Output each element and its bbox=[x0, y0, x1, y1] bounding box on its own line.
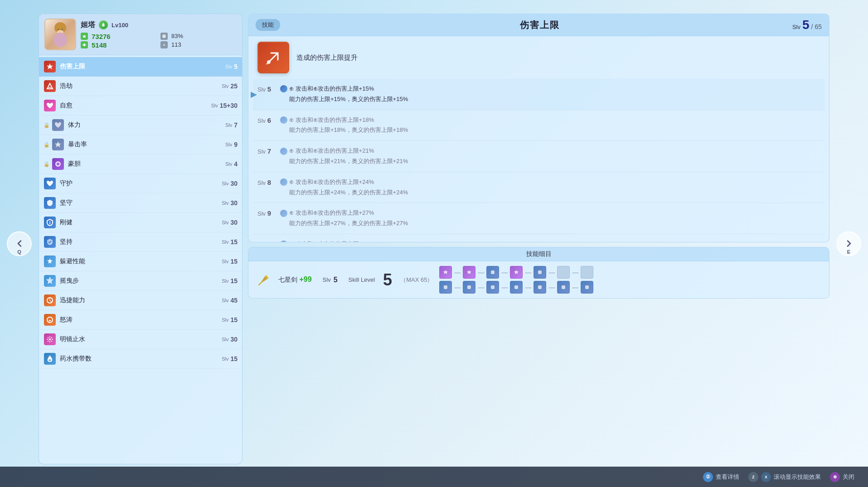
lock-icon-4: 🔒 bbox=[44, 122, 50, 128]
skill-level-9: Slv 30 bbox=[222, 219, 238, 226]
skill-name-6: 豪胆 bbox=[68, 160, 225, 168]
svg-marker-13 bbox=[55, 141, 61, 147]
skill-level-12: Slv 15 bbox=[222, 277, 238, 284]
skill-icon-13 bbox=[44, 294, 56, 307]
btn-z-circle: Z bbox=[748, 472, 758, 482]
skill-item-3[interactable]: 自愈 Slv 15+30 bbox=[39, 96, 242, 116]
attack-icon bbox=[81, 41, 88, 48]
skill-level-14: Slv 15 bbox=[222, 316, 238, 323]
skill-level-11: Slv 15 bbox=[222, 258, 238, 265]
skill-item-12[interactable]: 摇曳步 Slv 15 bbox=[39, 271, 242, 291]
skill-level-7: Slv 30 bbox=[222, 180, 238, 187]
svg-marker-37 bbox=[514, 270, 519, 274]
skill-level-big: 5 bbox=[383, 270, 392, 289]
skill-item-4[interactable]: 🔒 体力 Slv 7 bbox=[39, 116, 242, 135]
svg-line-30 bbox=[48, 341, 49, 342]
lock-icon-5: 🔒 bbox=[44, 142, 50, 148]
skill-level-row-8: Slv 8 ⊕ 攻击和⊕攻击的伤害上限+24% 能力的伤害上限+24%，奥义的伤… bbox=[253, 172, 824, 203]
svg-marker-34 bbox=[443, 270, 448, 274]
dots-row-1: — — — — — — bbox=[439, 266, 822, 279]
avatar bbox=[44, 19, 76, 50]
skill-item-1[interactable]: 伤害上限 Slv 5 bbox=[39, 57, 242, 77]
nav-right-button[interactable]: E bbox=[836, 231, 861, 256]
skill-item-13[interactable]: 迅捷能力 Slv 45 bbox=[39, 291, 242, 310]
skill-level-15: Slv 30 bbox=[222, 336, 238, 343]
weapon-slv-area: Slv 5 bbox=[323, 276, 338, 284]
action-close: ⊕ 关闭 bbox=[830, 472, 854, 482]
dot-dash-5: — bbox=[548, 269, 555, 276]
skill-item-14[interactable]: 怒涛 Slv 15 bbox=[39, 310, 242, 330]
nav-left-key: Q bbox=[17, 249, 21, 254]
skill-icon-7 bbox=[44, 177, 56, 190]
svg-line-29 bbox=[51, 337, 53, 338]
svg-point-15 bbox=[57, 163, 59, 165]
skill-level-8: Slv 30 bbox=[222, 199, 238, 207]
action-scroll-label: 滚动显示技能效果 bbox=[774, 473, 821, 481]
skill-item-5[interactable]: 🔒 暴击率 Slv 9 bbox=[39, 135, 242, 154]
dot-2 bbox=[463, 266, 475, 279]
skill-item-11[interactable]: 躲避性能 Slv 15 bbox=[39, 252, 242, 271]
skill-name-2: 浩劫 bbox=[60, 82, 222, 90]
svg-point-5 bbox=[54, 24, 59, 32]
skill-name-16: 药水携带数 bbox=[60, 355, 222, 363]
dot-dash-2: — bbox=[478, 269, 484, 276]
svg-rect-39 bbox=[444, 285, 447, 289]
nav-right-key: E bbox=[847, 249, 850, 254]
action-view-detail-label: 查看详情 bbox=[716, 473, 739, 481]
skill-name-11: 躲避性能 bbox=[60, 257, 222, 265]
character-name: 姬塔 bbox=[81, 20, 95, 30]
skill-level-13: Slv 45 bbox=[222, 297, 238, 304]
skill-item-9[interactable]: 刚健 Slv 30 bbox=[39, 213, 242, 232]
skill-icon-16 bbox=[44, 352, 56, 365]
skill-description: 造成的伤害上限提升 bbox=[296, 53, 358, 62]
skill-item-15[interactable]: 明镜止水 Slv 30 bbox=[39, 330, 242, 349]
skill-item-10[interactable]: 坚持 Slv 15 bbox=[39, 232, 242, 252]
slv-badge-5: Slv 5 bbox=[257, 84, 280, 93]
skill-name-14: 怒涛 bbox=[60, 316, 222, 324]
speed-icon bbox=[160, 41, 168, 48]
character-info: 姬塔 Lv100 73276 bbox=[81, 20, 237, 49]
svg-point-19 bbox=[49, 280, 51, 282]
skill-icon-area: 造成的伤害上限提升 bbox=[248, 36, 829, 79]
svg-point-32 bbox=[48, 359, 51, 361]
skill-item-8[interactable]: 坚守 Slv 30 bbox=[39, 193, 242, 213]
skill-detail-bottom-content: 七星剑 +99 Slv 5 Skill Level 5 （MAX 65） bbox=[248, 261, 829, 298]
dot-6 bbox=[557, 266, 570, 279]
dot-13 bbox=[557, 281, 570, 294]
skill-icon-4 bbox=[52, 119, 64, 131]
skill-icon-2 bbox=[44, 80, 56, 92]
skill-icon-11 bbox=[44, 255, 56, 268]
svg-line-28 bbox=[51, 341, 53, 342]
skill-level-1: Slv 5 bbox=[225, 63, 238, 70]
slv-current: 5 bbox=[802, 18, 810, 32]
svg-rect-2 bbox=[54, 35, 57, 44]
dot-dash-3: — bbox=[501, 269, 508, 276]
nav-left-button[interactable]: Q bbox=[7, 231, 32, 256]
skill-detail-bottom: 技能细目 七星剑 +99 Slv bbox=[248, 247, 829, 299]
hp-value: 73276 bbox=[92, 33, 157, 40]
skill-item-7[interactable]: 守护 Slv 30 bbox=[39, 174, 242, 193]
weapon-slv-value: 5 bbox=[334, 276, 338, 284]
action-scroll: Z X 滚动显示技能效果 bbox=[748, 472, 821, 482]
skill-icon-14 bbox=[44, 313, 56, 326]
skill-item-16[interactable]: 药水携带数 Slv 15 bbox=[39, 349, 242, 369]
skill-level-3: Slv 15+30 bbox=[211, 102, 238, 109]
skill-item-2[interactable]: 浩劫 Slv 25 bbox=[39, 77, 242, 96]
skill-icon-15 bbox=[44, 333, 56, 346]
slv-badge-9: Slv 9 bbox=[257, 208, 280, 217]
skill-name-15: 明镜止水 bbox=[60, 335, 222, 343]
skill-name-1: 伤害上限 bbox=[60, 63, 225, 71]
skill-item-6[interactable]: 🔒 豪胆 Slv 4 bbox=[39, 154, 242, 174]
skill-icon-9 bbox=[44, 216, 56, 229]
dot-dash-8: — bbox=[454, 284, 461, 291]
skill-icon-12 bbox=[44, 275, 56, 287]
skill-icon-10 bbox=[44, 236, 56, 248]
level-desc-7: ⊕ 攻击和⊕攻击的伤害上限+21% 能力的伤害上限+21%，奥义的伤害上限+21… bbox=[280, 146, 820, 166]
dot-10 bbox=[486, 281, 499, 294]
slv-label: Slv bbox=[792, 24, 800, 30]
skill-level-row-5: ▶ Slv 5 ⊕ 攻击和⊕攻击的伤害上限+15% 能力的伤害上限+15%，奥义… bbox=[253, 79, 824, 110]
slv-separator: / bbox=[811, 23, 813, 30]
svg-rect-38 bbox=[538, 270, 542, 274]
slv-max: 65 bbox=[815, 23, 822, 30]
slv-badge-10: Slv 10 bbox=[257, 240, 280, 242]
